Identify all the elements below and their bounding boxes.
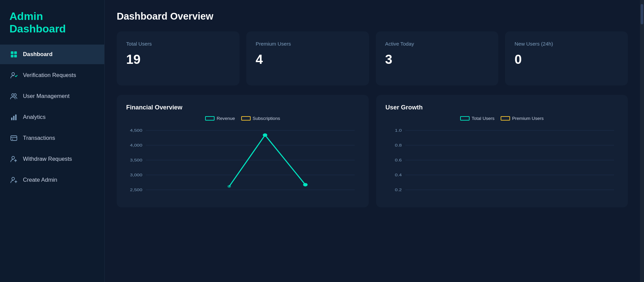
- svg-rect-9: [15, 114, 17, 120]
- svg-point-25: [303, 183, 308, 186]
- svg-text:4,500: 4,500: [130, 128, 142, 133]
- financial-chart-svg: 4,500 4,000 3,500 3,000 2,500: [126, 126, 359, 200]
- dashboard-icon: [9, 50, 18, 59]
- svg-point-12: [12, 156, 15, 159]
- legend-swatch-revenue: [205, 116, 215, 121]
- scrollbar-track[interactable]: [640, 0, 644, 282]
- svg-text:0.8: 0.8: [395, 143, 401, 148]
- stat-value-new-users: 0: [514, 52, 618, 67]
- stat-card-total-users: Total Users 19: [117, 31, 240, 85]
- svg-rect-3: [14, 55, 17, 57]
- stat-label-active-today: Active Today: [385, 41, 489, 47]
- stat-value-premium-users: 4: [256, 52, 360, 67]
- legend-swatch-subscriptions: [241, 116, 251, 121]
- legend-label-premium-users: Premium Users: [512, 116, 544, 121]
- stat-card-new-users: New Users (24h) 0: [505, 31, 628, 85]
- sidebar-item-user-management[interactable]: User Management: [0, 86, 104, 106]
- main-content: Dashboard Overview Total Users 19 Premiu…: [105, 0, 640, 282]
- app-title: Admin Dashboard: [9, 10, 95, 35]
- svg-text:2,500: 2,500: [130, 188, 142, 192]
- create-admin-icon: [9, 176, 18, 184]
- user-growth-chart-area: 1.0 0.8 0.6 0.4 0.2: [386, 126, 619, 200]
- svg-rect-0: [11, 51, 13, 54]
- sidebar-item-analytics[interactable]: Analytics: [0, 107, 104, 127]
- svg-text:0.2: 0.2: [395, 188, 401, 192]
- sidebar-item-dashboard[interactable]: Dashboard: [0, 45, 104, 64]
- legend-revenue: Revenue: [205, 116, 235, 121]
- stat-card-premium-users: Premium Users 4: [246, 31, 369, 85]
- sidebar-item-withdraw-requests[interactable]: Withdraw Requests: [0, 149, 104, 169]
- svg-text:4,000: 4,000: [130, 143, 142, 148]
- stat-cards-row: Total Users 19 Premium Users 4 Active To…: [117, 31, 628, 85]
- svg-text:0.6: 0.6: [395, 158, 401, 162]
- charts-row: Financial Overview Revenue Subscriptions…: [117, 95, 628, 207]
- stat-label-premium-users: Premium Users: [256, 41, 360, 47]
- financial-chart-card: Financial Overview Revenue Subscriptions…: [117, 95, 369, 207]
- stat-label-total-users: Total Users: [126, 41, 230, 47]
- svg-rect-1: [14, 51, 17, 54]
- svg-text:3,500: 3,500: [130, 158, 142, 162]
- legend-premium-users-chart: Premium Users: [501, 116, 544, 121]
- analytics-icon: [9, 113, 18, 122]
- svg-point-26: [227, 185, 231, 188]
- user-growth-chart-title: User Growth: [386, 104, 619, 111]
- sidebar-label-transactions: Transactions: [23, 135, 55, 142]
- sidebar-item-transactions[interactable]: Transactions: [0, 128, 104, 148]
- legend-subscriptions: Subscriptions: [241, 116, 280, 121]
- user-growth-chart-card: User Growth Total Users Premium Users 1.…: [376, 95, 628, 207]
- svg-rect-2: [11, 55, 13, 57]
- svg-rect-8: [13, 116, 15, 120]
- sidebar-item-create-admin[interactable]: Create Admin: [0, 170, 104, 190]
- svg-text:3,000: 3,000: [130, 173, 142, 177]
- page-title: Dashboard Overview: [117, 11, 628, 22]
- svg-point-13: [12, 177, 15, 180]
- svg-rect-10: [11, 136, 17, 140]
- svg-rect-7: [11, 118, 12, 120]
- withdraw-icon: [9, 155, 18, 163]
- svg-point-11: [12, 138, 13, 139]
- stat-value-active-today: 3: [385, 52, 489, 67]
- svg-text:1.0: 1.0: [395, 128, 401, 133]
- legend-label-subscriptions: Subscriptions: [253, 116, 280, 121]
- sidebar-label-user-management: User Management: [23, 93, 69, 100]
- sidebar-label-verification: Verification Requests: [23, 72, 76, 79]
- legend-total-users: Total Users: [460, 116, 495, 121]
- users-icon: [9, 92, 18, 101]
- transactions-icon: [9, 134, 18, 143]
- svg-text:0.4: 0.4: [395, 173, 401, 177]
- stat-value-total-users: 19: [126, 52, 230, 67]
- sidebar-label-dashboard: Dashboard: [23, 51, 53, 58]
- svg-point-5: [12, 94, 14, 96]
- stat-label-new-users: New Users (24h): [514, 41, 618, 47]
- sidebar-nav: Dashboard Verification Requests: [0, 42, 104, 193]
- sidebar-label-withdraw: Withdraw Requests: [23, 156, 72, 162]
- sidebar: Admin Dashboard Dashboard: [0, 0, 105, 282]
- user-growth-chart-legend: Total Users Premium Users: [386, 116, 619, 121]
- verification-icon: [9, 71, 18, 80]
- legend-label-revenue: Revenue: [217, 116, 235, 121]
- user-growth-chart-svg: 1.0 0.8 0.6 0.4 0.2: [386, 126, 619, 200]
- stat-card-active-today: Active Today 3: [376, 31, 499, 85]
- sidebar-logo: Admin Dashboard: [0, 0, 104, 42]
- legend-swatch-total-users: [460, 116, 470, 121]
- legend-swatch-premium-users: [501, 116, 510, 121]
- financial-chart-title: Financial Overview: [126, 104, 359, 111]
- svg-point-6: [14, 94, 17, 96]
- scrollbar-thumb[interactable]: [641, 4, 643, 24]
- sidebar-label-analytics: Analytics: [23, 114, 46, 121]
- sidebar-label-create-admin: Create Admin: [23, 177, 57, 183]
- svg-point-24: [263, 133, 267, 137]
- sidebar-item-verification-requests[interactable]: Verification Requests: [0, 66, 104, 85]
- svg-point-4: [12, 73, 15, 75]
- financial-chart-area: 4,500 4,000 3,500 3,000 2,500: [126, 126, 359, 200]
- financial-chart-legend: Revenue Subscriptions: [126, 116, 359, 121]
- legend-label-total-users: Total Users: [472, 116, 495, 121]
